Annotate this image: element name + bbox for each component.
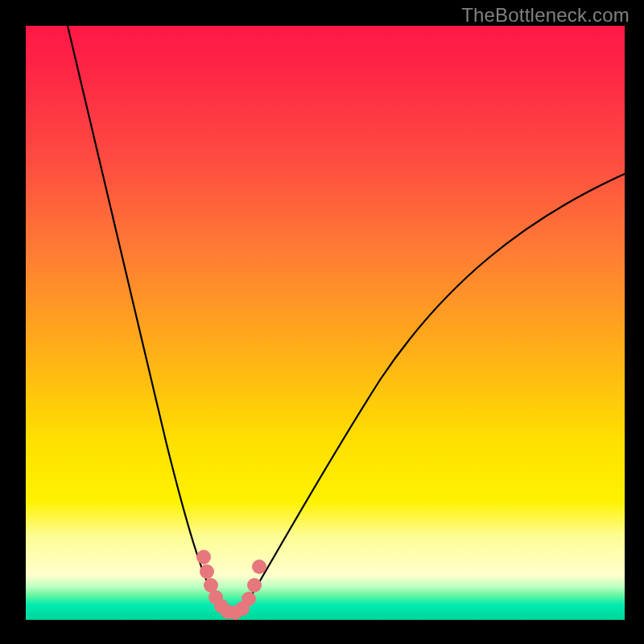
highlight-dots: [196, 550, 266, 620]
chart-stage: TheBottleneck.com: [0, 0, 644, 644]
svg-point-9: [247, 578, 262, 592]
svg-point-10: [252, 559, 266, 574]
curve-svg: [26, 26, 625, 620]
svg-point-8: [242, 592, 256, 606]
bottleneck-curve: [68, 26, 625, 613]
watermark-text: TheBottleneck.com: [461, 4, 630, 27]
svg-point-1: [200, 564, 214, 579]
svg-point-0: [196, 550, 211, 564]
